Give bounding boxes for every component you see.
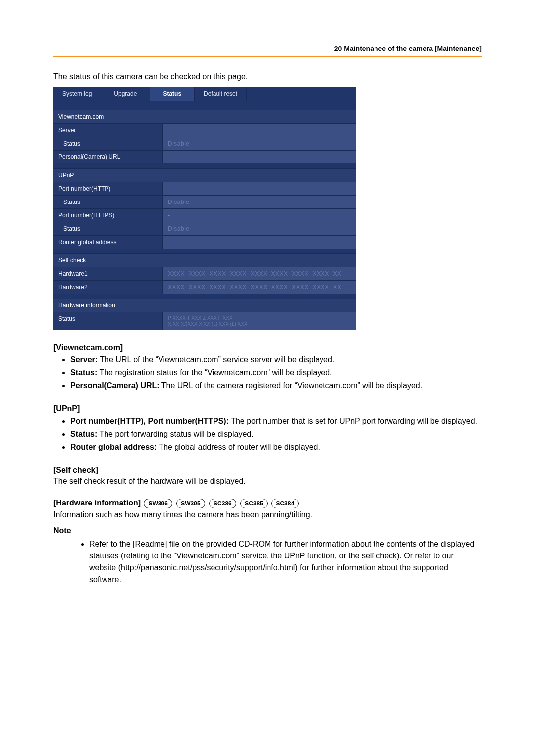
tab-system-log[interactable]: System log xyxy=(54,87,101,101)
row-value: Disable xyxy=(162,196,356,208)
group-header: Self check xyxy=(54,253,356,267)
model-pill: SW395 xyxy=(176,499,205,508)
bullet-bold: Personal(Camera) URL: xyxy=(70,381,160,390)
note-list: Refer to the [Readme] file on the provid… xyxy=(54,538,482,586)
list-item: Personal(Camera) URL: The URL of the cam… xyxy=(70,380,482,392)
row-value: P XXXX T XXX Z XXX F XXXX.XX (C)XXX X.XX… xyxy=(162,312,356,330)
note-item: Refer to the [Readme] file on the provid… xyxy=(89,538,482,586)
section-title-viewnetcam: [Viewnetcam.com] xyxy=(54,343,482,352)
tab-status[interactable]: Status xyxy=(150,87,195,101)
row-label: Port number(HTTP) xyxy=(54,182,162,195)
list-item: Server: The URL of the “Viewnetcam.com” … xyxy=(70,354,482,366)
status-screenshot: System log Upgrade Status Default reset … xyxy=(54,87,356,330)
row-value: - xyxy=(162,209,356,222)
selfcheck-para: The self check result of the hardware wi… xyxy=(54,477,482,486)
bullet-bold: Status: xyxy=(70,430,97,438)
row-label: Status xyxy=(54,222,162,235)
list-viewnetcam: Server: The URL of the “Viewnetcam.com” … xyxy=(54,354,482,392)
row-value: - xyxy=(162,182,356,195)
group-header-label: UPnP xyxy=(54,169,356,182)
section-title-upnp: [UPnP] xyxy=(54,404,482,413)
note-heading: Note xyxy=(54,526,482,535)
row-label: Status xyxy=(54,196,162,208)
table-row: StatusDisable xyxy=(54,195,356,208)
intro-text: The status of this camera can be checked… xyxy=(54,72,482,81)
model-pill: SC385 xyxy=(240,499,268,508)
tab-default-reset[interactable]: Default reset xyxy=(195,87,247,101)
group-header: UPnP xyxy=(54,168,356,182)
row-label: Port number(HTTPS) xyxy=(54,209,162,222)
group-header: Viewnetcam.com xyxy=(54,110,356,123)
tab-spacer xyxy=(247,87,356,101)
table-row: StatusDisable xyxy=(54,222,356,235)
table-row: StatusDisable xyxy=(54,137,356,150)
row-label: Status xyxy=(54,137,162,150)
model-pill: SC384 xyxy=(271,499,299,508)
table-row: Hardware2XXXX XXXX XXXX XXXX XXXX XXXX X… xyxy=(54,280,356,294)
list-upnp: Port number(HTTP), Port number(HTTPS): T… xyxy=(54,415,482,453)
model-pill: SW396 xyxy=(144,499,172,508)
table-row: Port number(HTTPS)- xyxy=(54,208,356,222)
model-pill: SC386 xyxy=(209,499,236,508)
row-label: Hardware1 xyxy=(54,267,162,280)
row-value: Disable xyxy=(162,222,356,235)
bullet-bold: Status: xyxy=(70,368,97,377)
row-value xyxy=(162,124,356,137)
table-row: Router global address xyxy=(54,235,356,249)
header-rule xyxy=(54,56,482,57)
page-header: 20 Maintenance of the camera [Maintenanc… xyxy=(54,45,482,56)
group-header-label: Self check xyxy=(54,254,356,267)
hwinfo-para: Information such as how many times the c… xyxy=(54,510,482,519)
table-row: Port number(HTTP)- xyxy=(54,182,356,195)
tab-bar: System log Upgrade Status Default reset xyxy=(54,87,356,101)
row-label: Router global address xyxy=(54,236,162,249)
row-value xyxy=(162,151,356,163)
row-label: Hardware2 xyxy=(54,281,162,294)
table-row: Hardware1XXXX XXXX XXXX XXXX XXXX XXXX X… xyxy=(54,267,356,280)
tab-upgrade[interactable]: Upgrade xyxy=(101,87,150,101)
list-item: Port number(HTTP), Port number(HTTPS): T… xyxy=(70,415,482,427)
row-label: Personal(Camera) URL xyxy=(54,151,162,163)
bullet-bold: Server: xyxy=(70,355,98,364)
table-row: Personal(Camera) URL xyxy=(54,150,356,163)
group-header-label: Hardware information xyxy=(54,299,356,312)
list-item: Status: The registration status for the … xyxy=(70,367,482,379)
row-label: Status xyxy=(54,312,162,330)
hwinfo-title-text: [Hardware information] xyxy=(54,499,141,507)
table-row: Server xyxy=(54,123,356,137)
row-value: XXXX XXXX XXXX XXXX XXXX XXXX XXXX XXXX … xyxy=(162,281,356,294)
list-item: Router global address: The global addres… xyxy=(70,441,482,453)
section-title-selfcheck: [Self check] xyxy=(54,466,482,475)
bullet-bold: Router global address: xyxy=(70,443,157,451)
row-value xyxy=(162,236,356,249)
group-header-label: Viewnetcam.com xyxy=(54,110,356,123)
table-row: StatusP XXXX T XXX Z XXX F XXXX.XX (C)XX… xyxy=(54,312,356,330)
section-title-hwinfo: [Hardware information] SW396 SW395 SC386… xyxy=(54,499,482,508)
bullet-bold: Port number(HTTP), Port number(HTTPS): xyxy=(70,417,229,425)
row-label: Server xyxy=(54,124,162,137)
group-header: Hardware information xyxy=(54,299,356,312)
list-item: Status: The port forwarding status will … xyxy=(70,428,482,440)
row-value: XXXX XXXX XXXX XXXX XXXX XXXX XXXX XXXX … xyxy=(162,267,356,280)
row-value: Disable xyxy=(162,137,356,150)
